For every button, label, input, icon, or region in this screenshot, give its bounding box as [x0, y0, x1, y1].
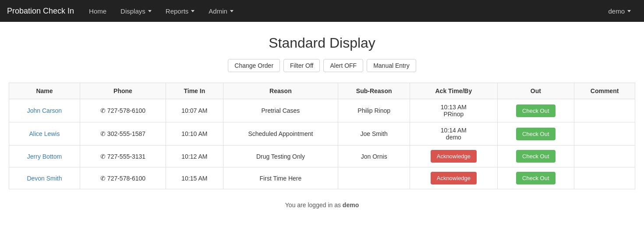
comment-cell	[574, 99, 635, 122]
footer-text: You are logged in as demo	[9, 202, 635, 209]
phone-cell: ✆727-555-3131	[80, 146, 166, 167]
col-subreason: Sub-Reason	[338, 83, 410, 99]
sub-reason-cell: Philip Rinop	[338, 99, 410, 122]
nav-reports[interactable]: Reports	[159, 0, 201, 22]
nav-admin-label: Admin	[209, 7, 227, 15]
ack-time: 10:13 AM	[441, 104, 467, 111]
nav-displays-label: Displays	[120, 7, 145, 15]
time-in-cell: 10:15 AM	[166, 167, 223, 189]
phone-cell: ✆302-555-1587	[80, 122, 166, 146]
sub-reason-cell: Jon Ornis	[338, 146, 410, 167]
admin-caret-icon	[230, 10, 234, 12]
col-acktime: Ack Time/By	[410, 83, 497, 99]
table-row: Devon Smith✆727-578-610010:15 AMFirst Ti…	[9, 167, 635, 189]
ack-by: demo	[446, 134, 461, 141]
time-in-cell: 10:07 AM	[166, 99, 223, 122]
person-name-link[interactable]: Devon Smith	[27, 175, 62, 182]
phone-icon: ✆	[100, 107, 106, 114]
checkout-button[interactable]: Check Out	[516, 150, 555, 163]
navbar: Probation Check In Home Displays Reports…	[0, 0, 644, 22]
phone-number: 302-555-1587	[107, 130, 145, 137]
phone-number: 727-578-6100	[107, 175, 145, 182]
checkout-button[interactable]: Check Out	[516, 128, 555, 140]
sub-reason-cell: Joe Smith	[338, 122, 410, 146]
table-row: John Carson✆727-578-610010:07 AMPretrial…	[9, 99, 635, 122]
col-name: Name	[9, 83, 80, 99]
filter-off-button[interactable]: Filter Off	[283, 59, 320, 72]
col-out: Out	[497, 83, 574, 99]
comment-cell	[574, 146, 635, 167]
comment-cell	[574, 167, 635, 189]
phone-icon: ✆	[100, 130, 106, 137]
ack-by: PRinop	[443, 111, 464, 118]
ack-cell: 10:13 AMPRinop	[410, 99, 497, 122]
toolbar: Change Order Filter Off Alert OFF Manual…	[9, 59, 635, 72]
time-in-cell: 10:10 AM	[166, 122, 223, 146]
person-name-link[interactable]: Alice Lewis	[29, 130, 60, 137]
person-name-link[interactable]: Jerry Bottom	[27, 153, 62, 160]
nav-home-label: Home	[89, 7, 106, 15]
sub-reason-cell	[338, 167, 410, 189]
phone-icon: ✆	[100, 153, 106, 160]
page-title: Standard Display	[9, 35, 635, 51]
manual-entry-button[interactable]: Manual Entry	[367, 59, 416, 72]
ack-time: 10:14 AM	[441, 127, 467, 134]
nav-reports-label: Reports	[166, 7, 189, 15]
nav-user-label: demo	[608, 7, 625, 15]
change-order-button[interactable]: Change Order	[228, 59, 280, 72]
table-row: Jerry Bottom✆727-555-313110:12 AMDrug Te…	[9, 146, 635, 167]
main-content: Standard Display Change Order Filter Off…	[0, 22, 644, 222]
navbar-brand: Probation Check In	[7, 7, 74, 16]
user-caret-icon	[627, 10, 631, 12]
reason-cell: Drug Testing Only	[223, 146, 338, 167]
phone-cell: ✆727-578-6100	[80, 167, 166, 189]
checkout-button[interactable]: Check Out	[516, 172, 555, 184]
displays-caret-icon	[148, 10, 152, 12]
phone-number: 727-555-3131	[107, 153, 145, 160]
col-phone: Phone	[80, 83, 166, 99]
phone-cell: ✆727-578-6100	[80, 99, 166, 122]
reports-caret-icon	[191, 10, 195, 12]
nav-home[interactable]: Home	[83, 0, 113, 22]
ack-cell: 10:14 AMdemo	[410, 122, 497, 146]
alert-off-button[interactable]: Alert OFF	[323, 59, 363, 72]
table-row: Alice Lewis✆302-555-158710:10 AMSchedule…	[9, 122, 635, 146]
person-name-link[interactable]: John Carson	[27, 107, 62, 114]
reason-cell: First Time Here	[223, 167, 338, 189]
ack-cell[interactable]: Acknowledge	[410, 146, 497, 167]
nav-user[interactable]: demo	[602, 7, 637, 15]
checkout-button[interactable]: Check Out	[516, 104, 555, 117]
nav-admin[interactable]: Admin	[202, 0, 240, 22]
footer-user: demo	[343, 202, 359, 209]
time-in-cell: 10:12 AM	[166, 146, 223, 167]
col-reason: Reason	[223, 83, 338, 99]
reason-cell: Pretrial Cases	[223, 99, 338, 122]
acknowledge-button[interactable]: Acknowledge	[431, 150, 477, 163]
ack-cell[interactable]: Acknowledge	[410, 167, 497, 189]
col-comment: Comment	[574, 83, 635, 99]
out-cell: Check Out	[497, 146, 574, 167]
phone-icon: ✆	[100, 175, 106, 182]
out-cell: Check Out	[497, 167, 574, 189]
reason-cell: Scheduled Appointment	[223, 122, 338, 146]
phone-number: 727-578-6100	[107, 107, 145, 114]
acknowledge-button[interactable]: Acknowledge	[431, 172, 477, 184]
data-table: Name Phone Time In Reason Sub-Reason Ack…	[9, 83, 635, 189]
nav-displays[interactable]: Displays	[114, 0, 158, 22]
out-cell: Check Out	[497, 99, 574, 122]
out-cell: Check Out	[497, 122, 574, 146]
footer-prefix: You are logged in as	[285, 202, 343, 209]
comment-cell	[574, 122, 635, 146]
col-timein: Time In	[166, 83, 223, 99]
